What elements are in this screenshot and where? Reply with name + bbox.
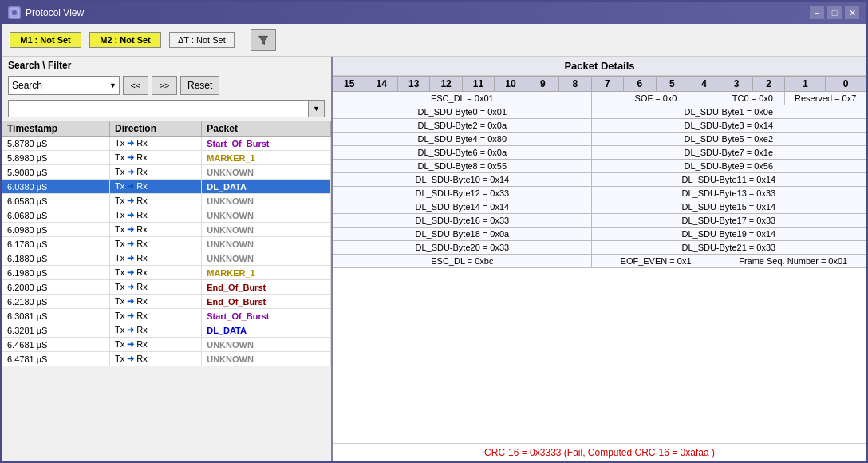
- window-title: Protocol View: [26, 7, 84, 18]
- details-cell: DL_SDU-Byte7 = 0x1e: [591, 146, 866, 160]
- cell-direction: Tx ➜ Rx: [109, 137, 201, 151]
- cell-timestamp: 5.8780 µS: [2, 137, 110, 151]
- details-row: ESC_DL = 0x01SOF = 0x0TC0 = 0x0Reserved …: [333, 92, 866, 105]
- cell-packet: UNKNOWN: [202, 194, 331, 208]
- cell-direction: Tx ➜ Rx: [109, 338, 201, 352]
- bit-header-cell: 5: [656, 77, 688, 92]
- details-cell: DL_SDU-Byte19 = 0x14: [591, 228, 866, 241]
- cell-packet: UNKNOWN: [202, 237, 331, 251]
- table-row[interactable]: 6.0680 µSTx ➜ RxUNKNOWN: [2, 208, 331, 223]
- cell-packet: UNKNOWN: [202, 223, 331, 237]
- rx-label: Rx: [136, 311, 147, 320]
- search-dropdown[interactable]: Search: [8, 76, 120, 95]
- details-table-wrapper[interactable]: 1514131211109876543210 ESC_DL = 0x01SOF …: [333, 76, 866, 443]
- cell-timestamp: 6.4781 µS: [2, 352, 110, 366]
- table-header-row: Timestamp Direction Packet: [2, 121, 331, 137]
- tx-label: Tx: [115, 181, 124, 191]
- cell-packet: UNKNOWN: [202, 208, 331, 223]
- cell-timestamp: 6.1880 µS: [2, 251, 110, 266]
- tx-label: Tx: [115, 239, 124, 248]
- tx-label: Tx: [115, 296, 124, 306]
- direction-arrow-icon: ➜: [127, 152, 134, 162]
- details-cell: DL_SDU-Byte0 = 0x01: [333, 105, 592, 119]
- rx-label: Rx: [136, 167, 147, 176]
- bit-header-cell: 15: [333, 77, 365, 92]
- cell-packet: Start_Of_Burst: [202, 309, 331, 323]
- title-bar: Protocol View − □ ✕: [2, 2, 866, 24]
- table-row[interactable]: 6.1780 µSTx ➜ RxUNKNOWN: [2, 237, 331, 251]
- table-row[interactable]: 6.4681 µSTx ➜ RxUNKNOWN: [2, 338, 331, 352]
- cell-timestamp: 6.3281 µS: [2, 323, 110, 338]
- details-cell: DL_SDU-Byte6 = 0x0a: [333, 146, 592, 160]
- direction-arrow-icon: ➜: [127, 138, 134, 148]
- bit-header-cell: 8: [559, 77, 591, 92]
- details-cell: ESC_DL = 0xbc: [333, 255, 592, 268]
- rx-label: Rx: [136, 181, 147, 191]
- cell-timestamp: 6.2080 µS: [2, 280, 110, 295]
- details-cell: ESC_DL = 0x01: [333, 92, 592, 105]
- table-row[interactable]: 6.2180 µSTx ➜ RxEnd_Of_Burst: [2, 295, 331, 309]
- tx-label: Tx: [115, 167, 124, 176]
- bit-header-cell: 14: [365, 77, 397, 92]
- table-row[interactable]: 6.2080 µSTx ➜ RxEnd_Of_Burst: [2, 280, 331, 295]
- table-row[interactable]: 6.0380 µSTx ➜ RxDL_DATA: [2, 180, 331, 194]
- direction-arrow-icon: ➜: [127, 167, 134, 176]
- table-row[interactable]: 5.8780 µSTx ➜ RxStart_Of_Burst: [2, 137, 331, 151]
- rx-label: Rx: [136, 210, 147, 220]
- bit-header-cell: 10: [495, 77, 527, 92]
- table-row[interactable]: 6.1880 µSTx ➜ RxUNKNOWN: [2, 251, 331, 266]
- cell-timestamp: 6.0980 µS: [2, 223, 110, 237]
- details-row: DL_SDU-Byte14 = 0x14DL_SDU-Byte15 = 0x14: [333, 200, 866, 214]
- filter-input[interactable]: [8, 100, 309, 117]
- rx-label: Rx: [136, 325, 147, 334]
- cell-direction: Tx ➜ Rx: [109, 194, 201, 208]
- maximize-button[interactable]: □: [827, 6, 842, 20]
- table-row[interactable]: 6.4781 µSTx ➜ RxUNKNOWN: [2, 352, 331, 366]
- direction-arrow-icon: ➜: [127, 296, 134, 306]
- cell-packet: DL_DATA: [202, 180, 331, 194]
- tx-label: Tx: [115, 138, 124, 148]
- direction-arrow-icon: ➜: [127, 196, 134, 205]
- prev-button[interactable]: <<: [123, 76, 148, 95]
- cell-direction: Tx ➜ Rx: [109, 295, 201, 309]
- next-button[interactable]: >>: [152, 76, 177, 95]
- table-row[interactable]: 6.0980 µSTx ➜ RxUNKNOWN: [2, 223, 331, 237]
- close-button[interactable]: ✕: [844, 6, 860, 20]
- right-panel: Packet Details 1514131211109876543210 ES…: [333, 57, 866, 461]
- packet-table[interactable]: Timestamp Direction Packet 5.8780 µSTx ➜…: [2, 121, 331, 461]
- direction-arrow-icon: ➜: [127, 339, 134, 349]
- details-row: DL_SDU-Byte0 = 0x01DL_SDU-Byte1 = 0x0e: [333, 105, 866, 119]
- table-row[interactable]: 6.1980 µSTx ➜ RxMARKER_1: [2, 266, 331, 280]
- delta-button[interactable]: ΔT : Not Set: [169, 32, 235, 48]
- bit-header-cell: 2: [752, 77, 784, 92]
- filter-dropdown-arrow[interactable]: ▼: [309, 100, 325, 117]
- direction-arrow-icon: ➜: [127, 354, 134, 363]
- m2-button[interactable]: M2 : Not Set: [89, 32, 161, 48]
- title-bar-left: Protocol View: [8, 6, 84, 19]
- cell-timestamp: 6.3081 µS: [2, 309, 110, 323]
- cell-timestamp: 6.2180 µS: [2, 295, 110, 309]
- filter-input-row: ▼: [2, 98, 331, 121]
- bit-header-cell: 11: [462, 77, 494, 92]
- reset-button[interactable]: Reset: [180, 76, 219, 95]
- details-cell: DL_SDU-Byte11 = 0x14: [591, 173, 866, 187]
- bit-header-cell: 6: [624, 77, 656, 92]
- minimize-button[interactable]: −: [809, 6, 825, 20]
- direction-arrow-icon: ➜: [127, 325, 134, 334]
- table-row[interactable]: 5.9080 µSTx ➜ RxUNKNOWN: [2, 165, 331, 180]
- filter-button[interactable]: [251, 29, 276, 51]
- cell-timestamp: 5.9080 µS: [2, 165, 110, 180]
- tx-label: Tx: [115, 311, 124, 320]
- table-row[interactable]: 6.0580 µSTx ➜ RxUNKNOWN: [2, 194, 331, 208]
- tx-label: Tx: [115, 354, 124, 363]
- tx-label: Tx: [115, 152, 124, 162]
- cell-packet: UNKNOWN: [202, 338, 331, 352]
- bit-header-cell: 7: [591, 77, 623, 92]
- table-row[interactable]: 6.3081 µSTx ➜ RxStart_Of_Burst: [2, 309, 331, 323]
- table-row[interactable]: 5.8980 µSTx ➜ RxMARKER_1: [2, 151, 331, 165]
- table-row[interactable]: 6.3281 µSTx ➜ RxDL_DATA: [2, 323, 331, 338]
- cell-direction: Tx ➜ Rx: [109, 151, 201, 165]
- rx-label: Rx: [136, 196, 147, 205]
- m1-button[interactable]: M1 : Not Set: [10, 32, 81, 48]
- details-cell: DL_SDU-Byte21 = 0x33: [591, 241, 866, 255]
